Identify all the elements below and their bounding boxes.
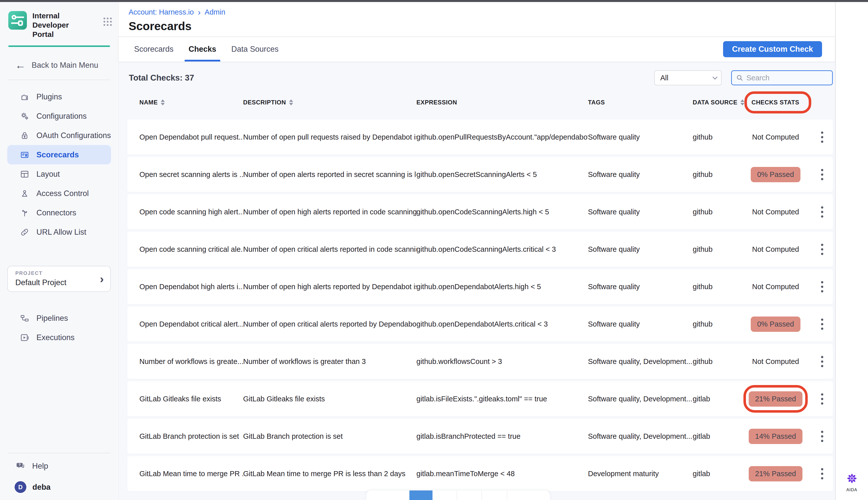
column-header-label: TAGS [588,99,605,106]
back-label: Back to Main Menu [32,61,98,70]
tab-scorecards[interactable]: Scorecards [133,37,175,61]
sidebar-item-layout[interactable]: Layout [7,164,111,184]
table-row: Open Dependabot high alerts i...Number o… [127,269,833,304]
check-description: GitLab Mean time to merge PR is less tha… [243,470,416,478]
sidebar-item-scorecards[interactable]: Scorecards [7,145,111,164]
kebab-menu-icon[interactable] [820,280,825,294]
stats-text: Not Computed [752,208,799,216]
column-header-description[interactable]: DESCRIPTION [243,99,416,106]
sidebar-item-executions[interactable]: Executions [7,328,111,347]
help-button[interactable]: ? Help [0,456,118,476]
sidebar-item-url-allow-list[interactable]: URL Allow List [7,223,111,242]
breadcrumb-account[interactable]: Account: Harness.io [129,8,194,16]
sidebar-item-connectors[interactable]: Connectors [7,203,111,223]
check-description: Number of open critical alerts reported … [243,320,416,328]
pagination [366,490,550,500]
check-name: GitLab Gitleaks file exists [140,395,243,403]
kebab-menu-icon[interactable] [820,168,825,182]
check-data-source: gitlab [693,432,745,441]
filter-value: All [660,74,668,82]
user-menu[interactable]: D deba [0,481,118,493]
tab-checks[interactable]: Checks [187,37,218,61]
kebab-menu-icon[interactable] [820,354,825,369]
sidebar-item-access-control[interactable]: Access Control [7,184,111,203]
app-grid-icon[interactable] [103,18,112,26]
sidebar-item-oauth-configurations[interactable]: OAuth Configurations [7,126,111,145]
pagination-page-button[interactable] [481,490,507,500]
check-data-source: github [693,357,745,366]
link-icon [20,227,30,237]
check-tags: Software quality, Development... [588,357,693,366]
table-row: GitLab Gitleaks file existsGitLab Gitlea… [127,381,833,417]
app-root: Internal Developer Portal ← Back to Main… [0,2,868,500]
check-expression: gitlab.isBranchProtected == true [416,432,588,441]
kebab-menu-icon[interactable] [820,242,825,257]
search-input[interactable] [746,74,828,82]
check-name: Number of workflows is greate... [140,357,243,366]
table-body: Open Dependabot pull request...Number of… [127,120,833,491]
pagination-next-button[interactable] [507,490,550,500]
filter-dropdown[interactable]: All [654,70,722,86]
sidebar-item-label: URL Allow List [36,228,86,237]
sort-icon[interactable] [289,99,293,105]
kebab-menu-icon[interactable] [820,317,825,331]
stats-text: Not Computed [752,357,799,365]
pagination-page-button[interactable] [457,490,481,500]
aida-assistant-button[interactable]: AIDA [836,473,868,492]
sidebar-item-plugins[interactable]: Plugins [7,87,111,106]
window-top-strip [0,0,868,2]
check-stats: Not Computed [745,208,806,216]
puzzle-icon [20,92,30,102]
kebab-menu-icon[interactable] [820,130,825,144]
column-header-name[interactable]: NAME [140,99,243,106]
user-name: deba [32,483,51,492]
check-data-source: gitlab [693,395,745,403]
check-stats: 0% Passed [745,167,806,182]
main-area: Account: Harness.io › Admin Scorecards S… [119,2,835,500]
pass-rate-badge: 0% Passed [751,167,801,182]
check-name: Open secret scanning alerts is ... [140,170,243,179]
kebab-menu-icon[interactable] [820,429,825,444]
check-tags: Software quality [588,208,693,216]
check-name: GitLab Branch protection is set [140,432,243,441]
table-row: Open Dependabot pull request...Number of… [127,120,833,155]
check-tags: Software quality [588,245,693,253]
idp-logo-icon [8,11,27,30]
check-data-source: github [693,133,745,141]
sidebar-item-label: Scorecards [36,150,79,159]
column-header-expression: EXPRESSION [416,99,588,106]
pagination-page-active[interactable] [409,490,433,500]
check-expression: github.openDependabotAlerts.high < 5 [416,283,588,291]
column-header-tags: TAGS [588,99,693,106]
row-actions [820,168,825,182]
back-to-main-menu[interactable]: ← Back to Main Menu [0,60,118,70]
check-description: Number of open alerts reported in secret… [243,170,416,179]
kebab-menu-icon[interactable] [820,205,825,219]
sidebar-item-configurations[interactable]: Configurations [7,106,111,126]
table-row: Open code scanning high alert...Number o… [127,194,833,229]
layout-icon [20,169,30,179]
sort-icon[interactable] [161,99,165,105]
breadcrumb-admin[interactable]: Admin [205,8,225,16]
kebab-menu-icon[interactable] [820,467,825,481]
pagination-prev-button[interactable] [366,490,409,500]
sidebar-item-pipelines[interactable]: Pipelines [7,308,111,328]
create-custom-check-button[interactable]: Create Custom Check [723,41,822,57]
project-selector[interactable]: PROJECT Default Project › [7,266,111,292]
page-header: Account: Harness.io › Admin Scorecards [119,2,835,37]
brand-title: Internal Developer Portal [32,11,92,39]
check-data-source: github [693,320,745,328]
check-name: Open code scanning critical ale... [140,245,243,253]
tab-data-sources[interactable]: Data Sources [230,37,280,61]
column-header-label: CHECKS STATS [752,99,799,106]
check-stats: 21% Passed [745,466,806,481]
row-actions [820,205,825,219]
pass-rate-badge: 21% Passed [749,391,803,407]
column-header-data-source[interactable]: DATA SOURCE [693,99,745,106]
kebab-menu-icon[interactable] [820,392,825,406]
pagination-page-button[interactable] [433,490,457,500]
sidebar-secondary-menu: PipelinesExecutions [0,308,118,347]
check-stats: 14% Passed [745,429,806,444]
check-data-source: github [693,208,745,216]
sort-icon[interactable] [741,99,744,105]
